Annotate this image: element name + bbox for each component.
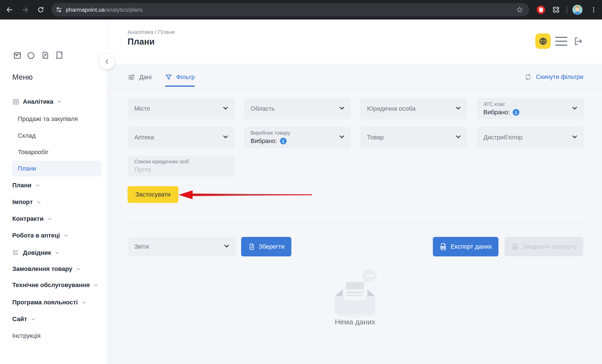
kebab-menu-icon [590, 6, 597, 13]
no-data-illustration [327, 268, 383, 318]
export-summary-button-disabled[interactable]: XLSX Зведення експорту [505, 237, 583, 256]
sidebar-section-site[interactable]: Сайт [12, 316, 35, 323]
address-bar[interactable]: pharmapoint.ua/analytics/plans [51, 3, 529, 16]
adblock-extension-button[interactable] [535, 4, 547, 16]
chevron-down-icon [222, 133, 229, 142]
sidebar-item-analytics[interactable]: Аналітика [12, 98, 62, 105]
list-icon [12, 249, 20, 256]
sidebar-item-turnover[interactable]: Товарообіг [18, 149, 49, 156]
sidebar-section-directory[interactable]: Довідник [12, 249, 59, 256]
browser-toolbar: pharmapoint.ua/analytics/plans [0, 0, 602, 20]
sidebar-collapse-button[interactable] [99, 54, 115, 69]
chevron-down-icon [55, 251, 59, 255]
chevron-down-icon [82, 300, 86, 305]
sidebar-section-plans[interactable]: Плани [12, 182, 40, 189]
site-info-icon[interactable] [55, 6, 63, 13]
page-header: Аналітика / Плани Плани [107, 20, 602, 64]
apply-button[interactable]: Застосувати [128, 186, 178, 203]
sidebar-section-contracts[interactable]: Контракти [12, 215, 52, 222]
chevron-down-icon [455, 105, 462, 113]
svg-text:XLSX: XLSX [441, 247, 445, 248]
extensions-button[interactable] [550, 4, 562, 16]
filter-pharmacy[interactable]: Аптека [128, 127, 235, 148]
chevron-down-icon [37, 200, 41, 204]
sidebar-section-product-orders[interactable]: Замовлення товару [12, 265, 81, 273]
profile-avatar[interactable] [572, 5, 582, 15]
book-icon[interactable] [55, 51, 64, 60]
filter-region[interactable]: Область [244, 98, 351, 119]
funnel-icon [165, 74, 172, 81]
selected-count-badge: 1 [513, 109, 519, 116]
chevron-down-icon [64, 233, 68, 238]
section-divider [128, 223, 583, 223]
browser-menu-button[interactable] [587, 4, 600, 16]
filter-legal-entity[interactable]: Юридична особа [360, 98, 467, 119]
chevron-down-icon [455, 133, 462, 142]
sidebar-item-warehouse[interactable]: Склад [18, 132, 36, 139]
svg-text:XLSX: XLSX [513, 247, 517, 248]
url-host: pharmapoint.ua [66, 7, 105, 13]
empty-state-text: Нема даних [299, 318, 411, 326]
breadcrumb: Аналітика / Плани [128, 29, 174, 35]
archive-box-icon[interactable] [13, 51, 22, 60]
tab-filter[interactable]: Фільтр [165, 66, 195, 88]
reset-filters-button[interactable]: Скинути фільтри [524, 73, 583, 81]
chevron-down-icon [571, 105, 578, 113]
tab-bar: Дані Фільтр Скинути фільтри [107, 64, 602, 89]
sidebar-item-plans-active[interactable]: Плани [18, 165, 36, 172]
adblock-icon [536, 5, 546, 15]
sidebar-item-sales-purchases[interactable]: Продажі та закупівля [18, 115, 78, 123]
browser-forward-button[interactable] [19, 4, 31, 16]
forward-arrow-icon [21, 6, 29, 13]
chevron-down-icon [76, 267, 81, 271]
table-grid-icon [12, 98, 20, 105]
browser-back-button[interactable] [3, 4, 16, 16]
empty-state [327, 268, 383, 319]
filter-legal-entity-lists[interactable]: Списки юридичних осіб Пусто [128, 156, 235, 177]
filter-distributor[interactable]: Дистриб'ютор [477, 127, 584, 148]
browser-refresh-button[interactable] [35, 4, 47, 16]
back-arrow-icon [6, 6, 13, 13]
export-data-button[interactable]: XLSX Експорт даних [433, 237, 498, 256]
selected-count-badge: 1 [280, 138, 287, 144]
sidebar-section-pharmacy-work[interactable]: Робота в аптеці [12, 232, 68, 239]
sidebar-item-instruction[interactable]: Інструкція [12, 332, 40, 339]
logout-icon [573, 36, 583, 47]
xlsx-file-icon: XLSX [511, 243, 519, 251]
filter-manufacturer[interactable]: Виробник товару Вибрано:1 [244, 127, 351, 148]
avatar-image [572, 5, 582, 15]
language-button[interactable] [535, 33, 551, 49]
toolbar-separator [567, 6, 567, 13]
globe-icon [539, 37, 548, 46]
annotation-arrow [179, 190, 313, 200]
save-button[interactable]: Зберегти [241, 237, 291, 256]
bookmark-star-icon[interactable] [516, 6, 524, 14]
sidebar-section-import[interactable]: Імпорт [12, 198, 41, 206]
chevron-down-icon [571, 133, 578, 142]
sidebar: Меню Аналітика Продажі та закупівля Скла… [0, 20, 107, 364]
pie-chart-icon[interactable] [27, 51, 36, 60]
url-path: /analytics/plans [105, 7, 143, 13]
chevron-down-icon [94, 283, 98, 287]
page-title: Плани [128, 37, 155, 47]
chevron-down-icon [35, 183, 40, 188]
chevron-down-icon [338, 133, 346, 142]
sidebar-section-maintenance[interactable]: Технічне обслуговування [12, 282, 98, 289]
reports-dropdown[interactable]: Звіти [128, 237, 236, 256]
filter-atc-class[interactable]: АТС клас Вибрано:1 [477, 98, 584, 119]
chevron-down-icon [338, 105, 346, 113]
sidebar-menu-title: Меню [12, 73, 33, 82]
document-icon[interactable] [41, 51, 50, 60]
filters-panel: Місто Область Юридична особа АТС клас Ви… [128, 98, 584, 177]
empty-placeholder: Пусто [134, 166, 189, 173]
filter-city[interactable]: Місто [128, 98, 235, 119]
document-icon [248, 243, 255, 250]
logout-button[interactable] [572, 36, 584, 47]
chevron-up-icon [57, 100, 62, 104]
filter-product[interactable]: Товар [360, 127, 467, 148]
chevron-down-icon [223, 242, 230, 251]
chevron-down-icon [47, 217, 52, 221]
tab-data[interactable]: Дані [128, 66, 152, 88]
menu-toggle-button[interactable] [555, 37, 567, 46]
sidebar-section-loyalty-program[interactable]: Програма лояльності [12, 299, 86, 306]
